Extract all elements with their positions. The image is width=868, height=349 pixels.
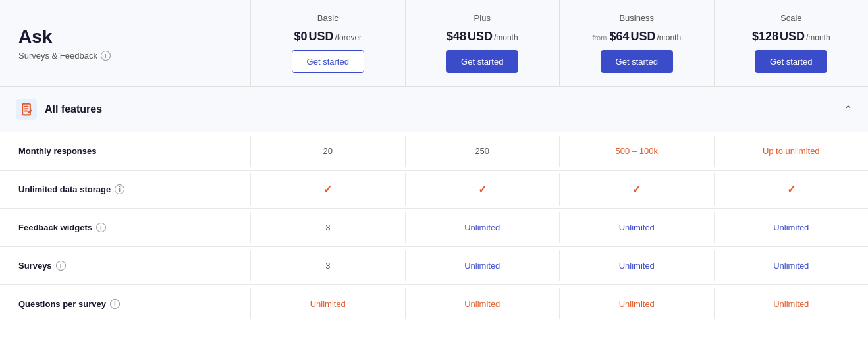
feature-value-4-2: Unlimited [559,288,714,319]
value-text: 500 – 100k [616,146,658,156]
feature-rows: Monthly responses20250500 – 100kUp to un… [0,132,868,323]
get-started-button-plus[interactable]: Get started [446,50,518,73]
plan-price-plus: $48 USD/month [447,30,518,43]
value-text: Unlimited [464,223,500,232]
feature-value-2-1: Unlimited [405,212,560,243]
value-text: Unlimited [619,223,655,232]
feature-value-1-0: ✓ [250,173,405,206]
feature-value-0-0: 20 [250,136,405,167]
feature-row: Questions per surveyiUnlimitedUnlimitedU… [0,285,868,323]
feature-value-0-1: 250 [405,136,560,167]
product-title: Ask [18,26,232,48]
plan-cell-plus: Plus$48 USD/monthGet started [405,0,560,86]
pricing-container: Ask Surveys & Feedback i Basic$0 USD/for… [0,0,868,349]
get-started-button-basic[interactable]: Get started [292,50,364,73]
features-icon [16,99,37,120]
feature-value-2-0: 3 [250,212,405,243]
features-header: All features ⌃ [0,87,868,132]
check-icon: ✓ [787,184,796,195]
feature-value-2-2: Unlimited [559,212,714,243]
value-text: 3 [325,223,330,232]
value-text: 20 [323,146,333,156]
plan-price-business: from $64 USD/month [592,30,681,43]
header-row: Ask Surveys & Feedback i Basic$0 USD/for… [0,0,868,87]
feature-label-2: Feedback widgetsi [0,212,250,243]
feature-value-4-1: Unlimited [405,288,560,319]
feature-value-3-2: Unlimited [559,250,714,281]
feature-info-icon-1[interactable]: i [115,184,124,194]
feature-value-3-0: 3 [250,250,405,281]
get-started-button-scale[interactable]: Get started [755,50,827,73]
plan-price-scale: $128 USD/month [752,30,830,43]
features-section: All features ⌃ Monthly responses20250500… [0,87,868,323]
check-icon: ✓ [323,184,332,195]
plan-cell-basic: Basic$0 USD/foreverGet started [250,0,405,86]
product-cell: Ask Surveys & Feedback i [0,10,250,76]
feature-info-icon-4[interactable]: i [110,299,120,309]
value-text: Unlimited [773,223,809,232]
feature-value-3-3: Unlimited [714,250,869,281]
feature-info-icon-3[interactable]: i [56,261,66,271]
feature-value-1-3: ✓ [714,173,869,206]
value-text: Unlimited [619,299,655,309]
features-section-title: All features [45,103,102,115]
product-subtitle: Surveys & Feedback i [18,51,232,61]
value-text: 250 [475,146,489,156]
feature-label-1: Unlimited data storagei [0,174,250,205]
plan-cell-business: Businessfrom $64 USD/monthGet started [559,0,714,86]
feature-value-4-0: Unlimited [250,288,405,319]
value-text: Unlimited [464,299,500,309]
value-text: Unlimited [773,299,809,309]
feature-row: Monthly responses20250500 – 100kUp to un… [0,132,868,171]
feature-value-4-3: Unlimited [714,288,869,319]
plan-cell-scale: Scale$128 USD/monthGet started [714,0,869,86]
value-text: Unlimited [464,261,500,271]
plan-name-scale: Scale [780,13,802,23]
get-started-button-business[interactable]: Get started [601,50,673,73]
feature-label-4: Questions per surveyi [0,288,250,319]
check-icon: ✓ [478,184,487,195]
plan-price-basic: $0 USD/forever [294,30,362,43]
value-text: Unlimited [619,261,655,271]
feature-value-2-3: Unlimited [714,212,869,243]
feature-info-icon-2[interactable]: i [96,223,106,232]
value-text: 3 [325,261,330,271]
plan-name-business: Business [619,13,654,23]
feature-value-0-2: 500 – 100k [559,136,714,167]
feature-label-3: Surveysi [0,250,250,281]
feature-value-0-3: Up to unlimited [714,136,869,167]
value-text: Unlimited [310,299,346,309]
collapse-chevron-icon[interactable]: ⌃ [844,103,852,116]
feature-row: Feedback widgetsi3UnlimitedUnlimitedUnli… [0,209,868,247]
product-info-icon[interactable]: i [101,51,111,61]
value-text: Up to unlimited [763,146,820,156]
feature-value-1-1: ✓ [405,173,560,206]
feature-value-3-1: Unlimited [405,250,560,281]
feature-row: Surveysi3UnlimitedUnlimitedUnlimited [0,247,868,285]
feature-value-1-2: ✓ [559,173,714,206]
feature-row: Unlimited data storagei✓✓✓✓ [0,171,868,209]
features-title-group: All features [16,99,102,120]
check-icon: ✓ [632,184,641,195]
plan-name-plus: Plus [474,13,491,23]
plan-name-basic: Basic [317,13,339,23]
feature-label-0: Monthly responses [0,136,250,167]
value-text: Unlimited [773,261,809,271]
